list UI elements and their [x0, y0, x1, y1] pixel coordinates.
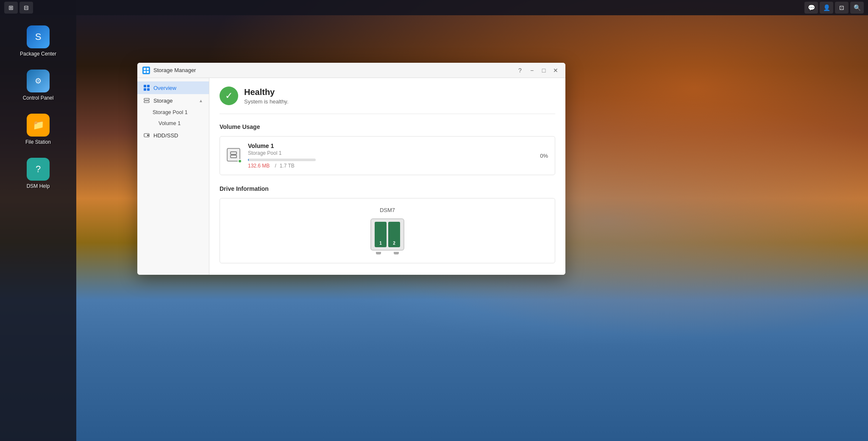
- chat-icon-btn[interactable]: 💬: [804, 2, 818, 14]
- nas-foot-left: [376, 252, 381, 254]
- drive-info-title: Drive Information: [220, 185, 555, 192]
- svg-rect-2: [144, 71, 146, 73]
- storage-chevron: ▲: [199, 98, 203, 103]
- volume-info: Volume 1 Storage Pool 1 132.6 MB / 1.7 T…: [248, 142, 534, 169]
- taskbar-list-btn[interactable]: ⊟: [19, 2, 33, 14]
- top-bar-right: 💬 👤 ⊡ 🔍: [804, 2, 864, 14]
- window-titlebar: Storage Manager ? − □ ✕: [137, 63, 565, 78]
- health-description: System is healthy.: [244, 98, 289, 105]
- volume-usage-section: Volume Usage Volume 1 Storage: [220, 123, 555, 175]
- volume-icon: [227, 148, 242, 163]
- nas-device: 1 2: [370, 218, 404, 254]
- sidebar: Overview Storage ▲ Storage Pool 1 Volume…: [137, 78, 209, 275]
- volume-total: 1.7 TB: [280, 163, 295, 169]
- window-controls: ? − □ ✕: [515, 66, 560, 75]
- health-section: ✓ Healthy System is healthy.: [220, 87, 555, 114]
- hdd-ssd-icon: [143, 132, 150, 139]
- volume-card: Volume 1 Storage Pool 1 132.6 MB / 1.7 T…: [220, 136, 555, 175]
- volume-bar-container: [248, 159, 316, 161]
- package-center-label: Package Center: [20, 51, 56, 57]
- control-panel-label: Control Panel: [23, 95, 54, 101]
- nas-drive-1: 1: [375, 222, 387, 247]
- user-icon-btn[interactable]: 👤: [820, 2, 833, 14]
- health-checkmark: ✓: [225, 90, 233, 101]
- drive-info-section: Drive Information DSM7 1 2: [220, 185, 555, 263]
- volume-usage-title: Volume Usage: [220, 123, 555, 130]
- svg-rect-6: [144, 88, 146, 91]
- overview-icon: [143, 84, 150, 91]
- window-title: Storage Manager: [153, 67, 512, 73]
- sidebar-storage-section[interactable]: Storage ▲: [137, 94, 209, 107]
- nas-foot-right: [394, 252, 399, 254]
- svg-rect-7: [147, 88, 150, 91]
- storage-icon: [143, 97, 150, 104]
- desktop-icon-file-station[interactable]: 📁 File Station: [25, 114, 51, 145]
- svg-rect-5: [147, 85, 150, 87]
- nas-feet: [376, 252, 399, 254]
- volume-bar-row: [248, 159, 534, 161]
- window-body: Overview Storage ▲ Storage Pool 1 Volume…: [137, 78, 565, 275]
- sidebar-item-volume-1[interactable]: Volume 1: [137, 118, 209, 129]
- volume-pool: Storage Pool 1: [248, 150, 534, 156]
- storage-pool-1-label: Storage Pool 1: [153, 109, 188, 115]
- window-title-icon: [142, 67, 150, 74]
- close-button[interactable]: ✕: [551, 66, 560, 75]
- minimize-button[interactable]: −: [527, 66, 537, 75]
- svg-rect-0: [144, 68, 146, 70]
- volume-1-label: Volume 1: [159, 120, 181, 126]
- svg-rect-12: [231, 152, 236, 154]
- svg-rect-1: [147, 68, 149, 70]
- hdd-ssd-label: HDD/SSD: [153, 132, 178, 139]
- top-bar-left: ⊞ ⊟: [4, 2, 33, 14]
- sidebar-item-storage-pool-1[interactable]: Storage Pool 1: [137, 107, 209, 118]
- volume-used: 132.6 MB: [248, 163, 270, 169]
- display-icon-btn[interactable]: ⊡: [835, 2, 849, 14]
- top-bar: ⊞ ⊟ 💬 👤 ⊡ 🔍: [0, 0, 868, 15]
- maximize-button[interactable]: □: [539, 66, 548, 75]
- volume-stats: 132.6 MB / 1.7 TB: [248, 163, 534, 169]
- svg-rect-8: [144, 98, 149, 100]
- volume-bar-fill: [248, 159, 249, 161]
- sidebar-item-overview[interactable]: Overview: [137, 81, 209, 94]
- desktop-icon-package-center[interactable]: S Package Center: [20, 25, 56, 57]
- taskbar: S Package Center ⚙ Control Panel 📁 File …: [0, 0, 76, 441]
- nas-label: DSM7: [380, 207, 395, 213]
- desktop-icon-control-panel[interactable]: ⚙ Control Panel: [23, 70, 54, 101]
- taskbar-grid-btn[interactable]: ⊞: [4, 2, 18, 14]
- storage-label: Storage: [153, 98, 173, 104]
- nas-body: 1 2: [370, 218, 404, 251]
- svg-rect-3: [147, 71, 149, 73]
- svg-point-11: [147, 135, 149, 136]
- desktop-icon-dsm-help[interactable]: ? DSM Help: [27, 158, 50, 189]
- storage-manager-window: Storage Manager ? − □ ✕ Overview: [137, 63, 565, 275]
- svg-rect-9: [144, 101, 149, 103]
- overview-label: Overview: [153, 85, 176, 91]
- volume-percent: 0%: [540, 153, 548, 159]
- health-text: Healthy System is healthy.: [244, 87, 289, 105]
- svg-rect-13: [231, 155, 236, 158]
- health-icon: ✓: [220, 87, 238, 105]
- dsm-help-label: DSM Help: [27, 183, 50, 189]
- search-icon-btn[interactable]: 🔍: [850, 2, 864, 14]
- volume-status-dot: [238, 159, 242, 163]
- file-station-label: File Station: [25, 139, 51, 145]
- nas-drive-2: 2: [388, 222, 400, 247]
- main-content: ✓ Healthy System is healthy. Volume Usag…: [209, 78, 565, 275]
- health-status: Healthy: [244, 87, 289, 97]
- nas-device-container: DSM7 1 2: [220, 198, 555, 263]
- volume-name: Volume 1: [248, 142, 534, 149]
- help-button[interactable]: ?: [515, 66, 525, 75]
- sidebar-hdd-ssd[interactable]: HDD/SSD: [137, 129, 209, 142]
- svg-rect-4: [144, 85, 146, 87]
